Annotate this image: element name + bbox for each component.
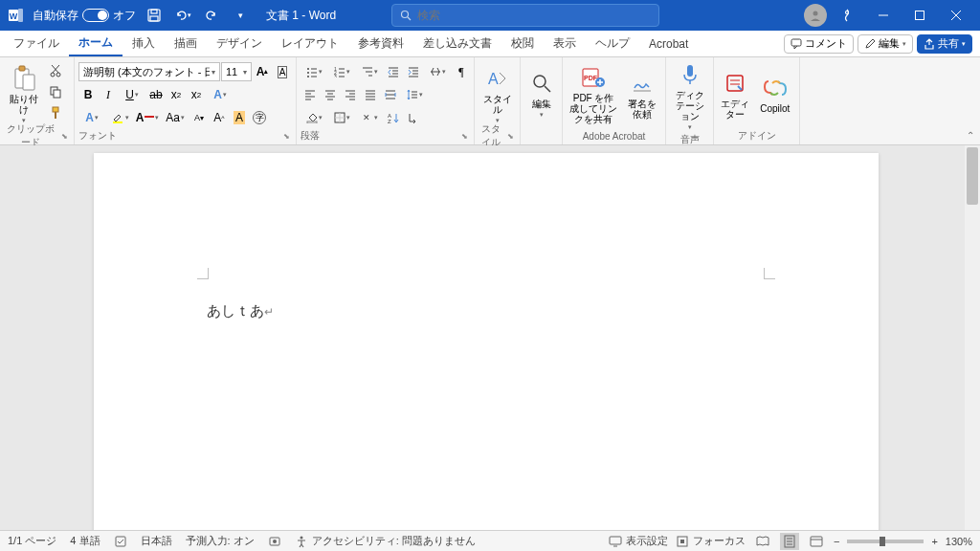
copilot-button[interactable]: Copilot xyxy=(755,59,795,129)
grow-font2-button[interactable]: A^ xyxy=(210,108,229,127)
text-highlight-button[interactable]: A▾ xyxy=(78,108,105,127)
phonetic-guide-button[interactable]: A xyxy=(273,62,292,81)
scrollbar-thumb[interactable] xyxy=(967,147,978,205)
font-size-combo[interactable]: 11▾ xyxy=(221,62,252,81)
zoom-level[interactable]: 130% xyxy=(946,536,972,547)
minimize-button[interactable] xyxy=(867,0,900,31)
page[interactable]: あしｔあ↵ xyxy=(94,153,879,530)
change-case-button[interactable]: Aa▾ xyxy=(162,108,189,127)
zoom-slider-thumb[interactable] xyxy=(880,537,885,546)
comments-button[interactable]: コメント xyxy=(784,34,854,54)
read-mode-button[interactable] xyxy=(753,533,772,550)
numbering-button[interactable]: 123▾ xyxy=(328,62,355,81)
paste-button[interactable]: 貼り付け ▾ xyxy=(4,59,44,129)
format-painter-button[interactable] xyxy=(46,103,65,122)
grow-font-button[interactable]: A▴ xyxy=(253,62,272,81)
spell-check-status[interactable] xyxy=(114,535,127,548)
strikethrough-button[interactable]: ab xyxy=(146,85,166,104)
tab-view[interactable]: 表示 xyxy=(544,31,586,56)
cut-button[interactable] xyxy=(46,61,65,80)
para-marks-button[interactable] xyxy=(404,108,423,127)
zoom-out-button[interactable]: − xyxy=(834,536,839,547)
align-right-button[interactable] xyxy=(341,85,360,104)
tab-insert[interactable]: 挿入 xyxy=(122,31,165,56)
justify-button[interactable] xyxy=(361,85,380,104)
search-input[interactable] xyxy=(417,9,651,22)
enclosed-char-button[interactable]: 字 xyxy=(250,108,269,127)
predict-input-status[interactable]: 予測入力: オン xyxy=(186,534,255,548)
clear-format-button[interactable]: A xyxy=(230,108,249,127)
tab-design[interactable]: デザイン xyxy=(207,31,272,56)
sort-button[interactable]: AZ xyxy=(384,108,403,127)
clipboard-launcher[interactable]: ⬊ xyxy=(61,132,70,141)
accessibility-status[interactable]: アクセシビリティ: 問題ありません xyxy=(295,534,476,548)
print-layout-button[interactable] xyxy=(780,533,799,550)
edit-mode-button[interactable]: 編集▾ xyxy=(858,34,913,54)
zoom-slider[interactable] xyxy=(847,540,924,543)
collapse-ribbon-button[interactable]: ⌃ xyxy=(967,130,974,141)
borders-button[interactable]: ▾ xyxy=(328,108,355,127)
maximize-button[interactable] xyxy=(903,0,936,31)
styles-button[interactable]: A スタイル ▾ xyxy=(479,59,516,129)
tab-home[interactable]: ホーム xyxy=(69,31,122,56)
tab-layout[interactable]: レイアウト xyxy=(272,31,348,56)
paragraph-launcher[interactable]: ⬊ xyxy=(461,132,470,141)
tab-file[interactable]: ファイル xyxy=(4,31,69,56)
editor-button[interactable]: エディター xyxy=(718,59,753,129)
create-pdf-button[interactable]: PDF PDF を作成してリンクを共有 xyxy=(567,59,620,129)
document-content[interactable]: あしｔあ↵ xyxy=(207,302,274,320)
editing-button[interactable]: 編集 ▾ xyxy=(524,59,558,129)
vertical-scrollbar[interactable] xyxy=(965,145,980,530)
multilevel-button[interactable]: ▾ xyxy=(356,62,383,81)
save-button[interactable] xyxy=(144,5,165,26)
bold-button[interactable]: B xyxy=(78,85,98,104)
redo-button[interactable] xyxy=(201,5,222,26)
asian-combined-button[interactable]: ✕▾ xyxy=(356,108,383,127)
coming-soon-icon[interactable] xyxy=(831,0,863,31)
search-box[interactable] xyxy=(391,4,659,27)
font-name-combo[interactable]: 游明朝 (本文のフォント - 日本語)▾ xyxy=(78,62,220,81)
italic-button[interactable]: I xyxy=(99,85,118,104)
highlight-color-button[interactable]: ▾ xyxy=(106,108,133,127)
bullets-button[interactable]: ▾ xyxy=(301,62,327,81)
zoom-in-button[interactable]: + xyxy=(931,536,937,547)
word-count[interactable]: 4 単語 xyxy=(70,534,100,548)
tab-mailings[interactable]: 差し込み文書 xyxy=(413,31,501,56)
font-color-button[interactable]: A▾ xyxy=(134,108,161,127)
tab-review[interactable]: 校閲 xyxy=(501,31,544,56)
web-layout-button[interactable] xyxy=(807,533,826,550)
tab-help[interactable]: ヘルプ xyxy=(586,31,639,56)
increase-indent-button[interactable] xyxy=(404,62,423,81)
underline-button[interactable]: U▾ xyxy=(119,85,145,104)
show-marks-button[interactable]: ¶ xyxy=(452,62,471,81)
shrink-font-button[interactable]: A▾ xyxy=(189,108,209,127)
focus-button[interactable]: フォーカス xyxy=(676,534,746,548)
asian-layout-button[interactable]: ▾ xyxy=(424,62,451,81)
subscript-button[interactable]: x2 xyxy=(167,85,186,104)
align-left-button[interactable] xyxy=(301,85,320,104)
macro-status[interactable] xyxy=(268,535,281,548)
styles-launcher[interactable]: ⬊ xyxy=(507,132,516,141)
qat-customize[interactable]: ▾ xyxy=(230,5,251,26)
line-spacing-button[interactable]: ▾ xyxy=(401,85,428,104)
shading-button[interactable]: ▾ xyxy=(301,108,327,127)
distribute-button[interactable] xyxy=(381,85,400,104)
dictate-button[interactable]: ディクテーション ▾ xyxy=(670,59,709,133)
copy-button[interactable] xyxy=(46,82,65,101)
decrease-indent-button[interactable] xyxy=(384,62,403,81)
superscript-button[interactable]: x2 xyxy=(187,85,206,104)
autosave-toggle[interactable]: 自動保存 オフ xyxy=(33,8,136,24)
request-sign-button[interactable]: 署名を依頼 xyxy=(622,59,661,129)
share-button[interactable]: 共有▾ xyxy=(917,34,972,54)
tab-acrobat[interactable]: Acrobat xyxy=(639,31,698,56)
language-status[interactable]: 日本語 xyxy=(141,534,172,548)
undo-button[interactable]: ▾ xyxy=(172,5,193,26)
user-avatar[interactable] xyxy=(804,4,827,27)
display-settings-button[interactable]: 表示設定 xyxy=(609,534,668,548)
tab-references[interactable]: 参考資料 xyxy=(348,31,413,56)
text-effects-button[interactable]: A▾ xyxy=(207,85,234,104)
close-button[interactable] xyxy=(940,0,972,31)
tab-draw[interactable]: 描画 xyxy=(165,31,207,56)
font-launcher[interactable]: ⬊ xyxy=(283,132,292,141)
page-count[interactable]: 1/1 ページ xyxy=(8,534,56,548)
